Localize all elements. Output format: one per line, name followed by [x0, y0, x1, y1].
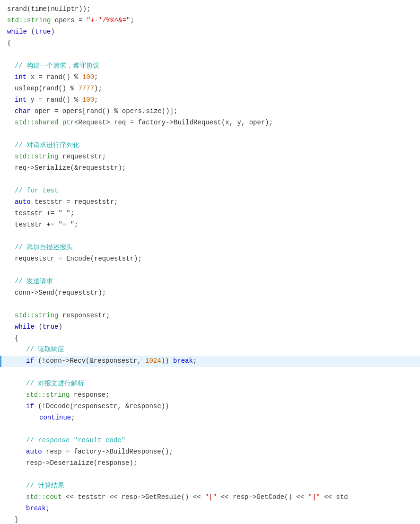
code-line-33	[0, 367, 420, 378]
code-line-34: // 对报文进行解析	[0, 378, 420, 390]
code-line-21	[0, 231, 420, 242]
code-line-13: // 对请求进行序列化	[0, 140, 420, 151]
code-line-27	[0, 299, 420, 310]
code-line-28: std::string responsestr;	[0, 310, 420, 322]
code-line-9: int y = rand() % 100;	[0, 95, 420, 106]
code-line-25: // 发送请求	[0, 276, 420, 288]
code-line-26: conn->Send(requeststr);	[0, 288, 420, 299]
code-line-2: std::string opers = "+-*/%%^&=";	[0, 15, 420, 26]
code-line-1: srand(time(nullptr));	[0, 4, 420, 15]
code-line-16	[0, 174, 420, 185]
code-line-12	[0, 129, 420, 140]
code-line-36: if (!Decode(responsestr, &response))	[0, 401, 420, 412]
code-line-22: // 添加自描述报头	[0, 242, 420, 253]
code-line-45: break;	[0, 503, 420, 515]
code-line-4: {	[0, 38, 420, 49]
code-line-18: auto teststr = requeststr;	[0, 197, 420, 208]
code-line-11: std::shared_ptr<Request> req = factory->…	[0, 117, 420, 129]
code-line-17: // for test	[0, 185, 420, 197]
code-line-19: teststr += " ";	[0, 208, 420, 219]
code-line-39: // response "result code"	[0, 435, 420, 446]
code-line-7: int x = rand() % 100;	[0, 72, 420, 83]
code-line-40: auto resp = factory->BuildResponse();	[0, 446, 420, 458]
code-editor: srand(time(nullptr)); std::string opers …	[0, 0, 420, 524]
code-line-15: req->Serialize(&requeststr);	[0, 163, 420, 174]
code-line-5	[0, 49, 420, 61]
code-line-38	[0, 424, 420, 435]
code-line-20: teststr += "= ";	[0, 219, 420, 231]
code-line-3: while (true)	[0, 26, 420, 38]
code-line-35: std::string response;	[0, 390, 420, 401]
code-line-37: continue;	[0, 412, 420, 424]
code-line-6: // 构建一个请求，遵守协议	[0, 61, 420, 72]
code-line-32: if (!conn->Recv(&responsestr, 1024)) bre…	[0, 356, 420, 367]
code-line-23: requeststr = Encode(requeststr);	[0, 253, 420, 265]
code-line-30: {	[0, 333, 420, 344]
code-line-31: // 读取响应	[0, 344, 420, 356]
code-line-42	[0, 469, 420, 480]
code-line-14: std::string requeststr;	[0, 151, 420, 163]
code-line-44: std::cout << teststr << resp->GetResule(…	[0, 492, 420, 503]
code-line-8: usleep(rand() % 7777);	[0, 83, 420, 95]
code-line-10: char oper = opers[rand() % opers.size()]…	[0, 106, 420, 117]
code-line-46: }	[0, 515, 420, 524]
code-line-24	[0, 265, 420, 276]
code-line-29: while (true)	[0, 322, 420, 333]
code-line-43: // 计算结果	[0, 480, 420, 492]
code-line-41: resp->Deserialize(response);	[0, 458, 420, 469]
